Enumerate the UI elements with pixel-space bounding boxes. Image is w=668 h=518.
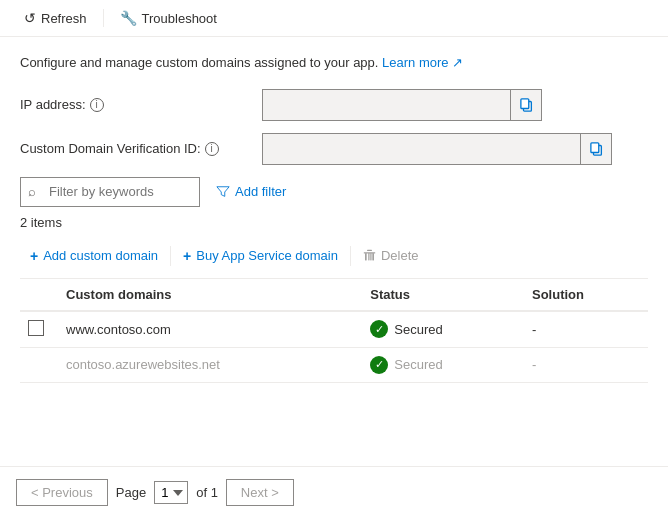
troubleshoot-label: Troubleshoot — [142, 11, 217, 26]
svg-rect-5 — [367, 250, 372, 251]
search-icon: ⌕ — [28, 184, 36, 199]
ip-address-field-wrap — [262, 89, 542, 121]
svg-rect-3 — [590, 142, 598, 152]
toolbar-separator — [103, 9, 104, 27]
add-filter-button[interactable]: Add filter — [208, 180, 294, 203]
status-cell: ✓Secured — [360, 347, 522, 382]
item-count: 2 items — [20, 215, 648, 230]
custom-domains-column-header: Custom domains — [56, 279, 360, 311]
verification-id-field-wrap — [262, 133, 612, 165]
checkbox-column-header — [20, 279, 56, 311]
description-text: Configure and manage custom domains assi… — [20, 55, 378, 70]
verification-id-info-icon[interactable]: i — [205, 142, 219, 156]
ip-address-row: IP address: i — [20, 89, 648, 121]
table-row[interactable]: contoso.azurewebsites.net✓Secured- — [20, 347, 648, 382]
svg-rect-9 — [370, 253, 371, 260]
status-text: Secured — [394, 357, 442, 372]
of-label: of 1 — [196, 485, 218, 500]
filter-bar: ⌕ Add filter — [20, 177, 648, 207]
solution-column-header: Solution — [522, 279, 648, 311]
verification-id-label: Custom Domain Verification ID: i — [20, 141, 250, 156]
solution-cell: - — [522, 311, 648, 348]
copy-icon — [520, 98, 534, 112]
filter-input-wrap: ⌕ — [20, 177, 200, 207]
status-text: Secured — [394, 322, 442, 337]
refresh-button[interactable]: ↺ Refresh — [16, 6, 95, 30]
add-custom-domain-button[interactable]: + Add custom domain — [20, 242, 168, 270]
learn-more-link[interactable]: Learn more ↗ — [382, 55, 463, 70]
verification-id-row: Custom Domain Verification ID: i — [20, 133, 648, 165]
description: Configure and manage custom domains assi… — [20, 53, 648, 73]
domain-table: Custom domains Status Solution www.conto… — [20, 279, 648, 383]
delete-icon — [363, 249, 376, 262]
page-label: Page — [116, 485, 146, 500]
status-column-header: Status — [360, 279, 522, 311]
buy-domain-icon: + — [183, 248, 191, 264]
buy-app-service-domain-button[interactable]: + Buy App Service domain — [173, 242, 348, 270]
filter-input[interactable] — [20, 177, 200, 207]
table-header-row: Custom domains Status Solution — [20, 279, 648, 311]
svg-rect-7 — [372, 253, 374, 260]
next-button[interactable]: Next > — [226, 479, 294, 506]
refresh-label: Refresh — [41, 11, 87, 26]
action-separator-2 — [350, 246, 351, 266]
filter-icon — [216, 185, 230, 199]
troubleshoot-icon: 🔧 — [120, 10, 137, 26]
ip-address-copy-button[interactable] — [510, 89, 542, 121]
ip-address-info-icon[interactable]: i — [90, 98, 104, 112]
secured-icon: ✓ — [370, 320, 388, 338]
ip-address-label: IP address: i — [20, 97, 250, 112]
delete-button[interactable]: Delete — [353, 242, 429, 269]
domain-cell: www.contoso.com — [56, 311, 360, 348]
ip-address-input[interactable] — [262, 89, 542, 121]
secured-icon: ✓ — [370, 356, 388, 374]
pagination: < Previous Page 1 of 1 Next > — [0, 466, 668, 518]
svg-rect-8 — [368, 253, 369, 260]
previous-button[interactable]: < Previous — [16, 479, 108, 506]
svg-rect-6 — [365, 253, 367, 260]
external-link-icon: ↗ — [452, 55, 463, 70]
action-separator-1 — [170, 246, 171, 266]
status-cell: ✓Secured — [360, 311, 522, 348]
row-checkbox[interactable] — [28, 320, 44, 336]
verification-id-input[interactable] — [262, 133, 612, 165]
add-custom-domain-icon: + — [30, 248, 38, 264]
main-content: Configure and manage custom domains assi… — [0, 37, 668, 399]
refresh-icon: ↺ — [24, 10, 36, 26]
toolbar: ↺ Refresh 🔧 Troubleshoot — [0, 0, 668, 37]
table-row[interactable]: www.contoso.com✓Secured- — [20, 311, 648, 348]
page-select[interactable]: 1 — [154, 481, 188, 504]
svg-rect-1 — [520, 98, 528, 108]
troubleshoot-button[interactable]: 🔧 Troubleshoot — [112, 6, 225, 30]
copy-icon-2 — [590, 142, 604, 156]
domain-cell: contoso.azurewebsites.net — [56, 347, 360, 382]
action-bar: + Add custom domain + Buy App Service do… — [20, 242, 648, 279]
verification-id-copy-button[interactable] — [580, 133, 612, 165]
solution-cell: - — [522, 347, 648, 382]
